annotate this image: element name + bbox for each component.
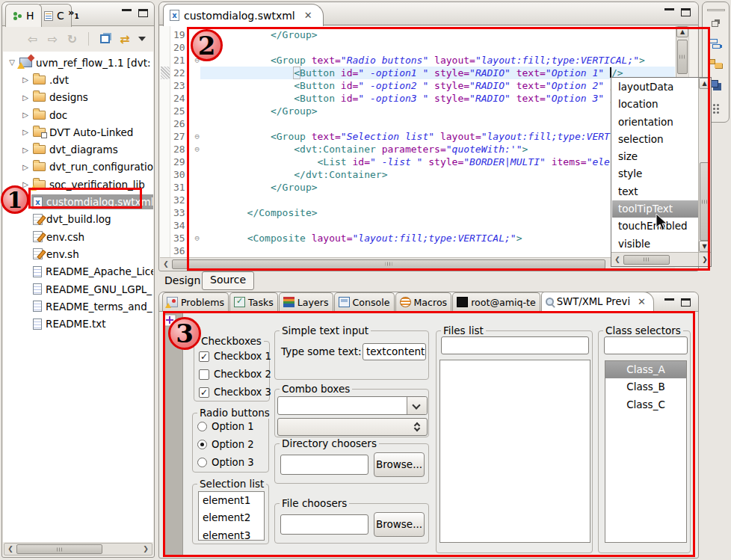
tree-item[interactable]: README.txt bbox=[3, 315, 153, 332]
checkbox-row[interactable]: Checkbox 2 bbox=[199, 369, 271, 380]
expander-icon[interactable]: ▷ bbox=[19, 163, 31, 171]
tab-root-amiq-te[interactable]: root@amiq-te bbox=[452, 292, 540, 311]
list-item[interactable]: element3 bbox=[199, 527, 264, 544]
scroll-thumb[interactable] bbox=[172, 259, 605, 269]
selection-list[interactable]: element1element2element3 bbox=[198, 491, 265, 541]
files-list[interactable] bbox=[439, 360, 590, 543]
scroll-thumb[interactable] bbox=[677, 40, 688, 74]
code-area[interactable]: </Group> <Group text="Radio buttons" lay… bbox=[200, 28, 675, 259]
directory-field[interactable] bbox=[280, 455, 368, 475]
autocomplete-item[interactable]: orientation bbox=[612, 114, 698, 131]
autocomplete-item[interactable]: style bbox=[612, 165, 698, 182]
bottom-maximize-button[interactable] bbox=[681, 298, 691, 307]
scroll-up-icon[interactable]: ▲ bbox=[676, 26, 688, 37]
scroll-thumb[interactable] bbox=[16, 544, 102, 554]
tree-item[interactable]: env.csh bbox=[3, 228, 153, 245]
expander-icon[interactable]: ▷ bbox=[19, 146, 31, 154]
view-menu-icon[interactable] bbox=[138, 37, 146, 41]
radio-row[interactable]: Option 3 bbox=[197, 457, 254, 468]
expander-icon[interactable]: ▷ bbox=[19, 76, 31, 84]
expander-icon[interactable]: ▽ bbox=[6, 58, 18, 67]
browse-button[interactable]: Browse... bbox=[374, 452, 425, 477]
tab-design[interactable]: Design bbox=[164, 274, 200, 286]
tree-item[interactable]: README_terms_and_ bbox=[3, 298, 153, 315]
tab-hierarchy[interactable]: H bbox=[5, 4, 42, 27]
list-item[interactable]: element1 bbox=[199, 492, 264, 509]
tree-item[interactable]: ▷designs bbox=[3, 89, 153, 106]
bottom-minimize-button[interactable] bbox=[664, 298, 674, 305]
tab-layers[interactable]: Layers bbox=[279, 292, 333, 311]
list-item[interactable]: element2 bbox=[199, 509, 264, 526]
tab-overflow[interactable]: »1 bbox=[68, 7, 79, 20]
list-item[interactable]: Class_A bbox=[605, 361, 686, 378]
sync-folder-icon[interactable] bbox=[708, 59, 715, 64]
checkbox[interactable]: ✓ bbox=[199, 387, 209, 398]
collapse-all-icon[interactable] bbox=[100, 34, 110, 43]
autocomplete-item[interactable]: visible bbox=[612, 236, 698, 252]
maximize-button[interactable] bbox=[138, 9, 148, 17]
close-icon[interactable]: ✕ bbox=[638, 296, 646, 307]
autocomplete-item[interactable]: layoutData bbox=[612, 79, 698, 96]
list-item[interactable]: Class_B bbox=[605, 378, 686, 396]
strip-handle[interactable] bbox=[707, 9, 725, 11]
popup-vscrollbar[interactable]: ▲ ▼ bbox=[698, 78, 711, 252]
tab-source[interactable]: Source bbox=[202, 271, 254, 290]
close-icon[interactable]: ✕ bbox=[304, 10, 312, 21]
scroll-thumb[interactable] bbox=[623, 255, 670, 265]
tab-macros[interactable]: Macros bbox=[395, 292, 452, 311]
scroll-right-icon[interactable]: ❯ bbox=[698, 252, 711, 266]
radio-row[interactable]: Option 2 bbox=[197, 439, 254, 450]
editor-minimize-button[interactable] bbox=[664, 8, 674, 15]
autocomplete-item[interactable]: location bbox=[612, 96, 698, 113]
refresh-icon[interactable]: ↻ bbox=[67, 32, 77, 46]
tab-swt-xml-previ[interactable]: SWT/XML Previ✕ bbox=[541, 292, 654, 311]
tab-compile[interactable]: C bbox=[37, 4, 72, 27]
browse-button[interactable]: Browse... bbox=[374, 512, 425, 537]
checkbox[interactable]: ✓ bbox=[199, 351, 209, 362]
files-filter-field[interactable] bbox=[441, 336, 589, 354]
autocomplete-item[interactable]: selection bbox=[612, 131, 698, 148]
scroll-left-icon[interactable]: ❮ bbox=[160, 259, 172, 270]
class-filter-field[interactable] bbox=[604, 336, 688, 354]
radio-button[interactable] bbox=[197, 458, 207, 467]
tree-item[interactable]: ▷doc bbox=[3, 106, 153, 123]
restore-views-icon[interactable] bbox=[712, 21, 718, 27]
checkbox[interactable] bbox=[199, 369, 209, 380]
link-editor-icon[interactable]: ⇄ bbox=[120, 32, 128, 46]
editor-tab[interactable]: x customdialog.swtxml ✕ bbox=[163, 4, 324, 26]
popup-hscrollbar[interactable]: ❮ bbox=[611, 252, 698, 266]
tree-item[interactable]: ▷.dvt bbox=[3, 71, 153, 88]
combo-box[interactable] bbox=[277, 396, 428, 415]
text-input-field[interactable]: textcontent bbox=[363, 343, 426, 360]
list-item[interactable]: Class_C bbox=[605, 396, 686, 413]
editor-hscrollbar[interactable]: ❮ bbox=[160, 257, 675, 270]
tree-item[interactable]: env.sh bbox=[3, 245, 153, 262]
expander-icon[interactable]: ▷ bbox=[19, 128, 31, 136]
tab-tasks[interactable]: Tasks bbox=[229, 292, 278, 311]
scroll-left-icon[interactable]: ❮ bbox=[611, 254, 623, 265]
tab-console[interactable]: Console bbox=[334, 292, 395, 311]
editor-maximize-button[interactable] bbox=[681, 8, 691, 16]
scroll-left-icon[interactable]: ❮ bbox=[4, 544, 16, 555]
scroll-up-icon[interactable]: ▲ bbox=[699, 78, 710, 89]
file-field[interactable] bbox=[280, 514, 368, 535]
tab-problems[interactable]: Problems bbox=[162, 292, 229, 311]
tree-hscrollbar[interactable]: ❮ ❯ bbox=[4, 543, 152, 556]
tree-item[interactable]: ▷dvt_run_configuration bbox=[3, 159, 153, 176]
tree-item[interactable]: README_GNU_LGPL_ bbox=[3, 280, 153, 298]
scroll-right-icon[interactable]: ❯ bbox=[140, 544, 152, 555]
checkbox-row[interactable]: ✓Checkbox 3 bbox=[199, 387, 271, 398]
combo-dropdown-button[interactable] bbox=[407, 397, 427, 414]
tree-item[interactable]: README_Apache_Lice bbox=[3, 263, 153, 280]
outline-view-icon[interactable] bbox=[709, 38, 721, 49]
class-list[interactable]: Class_AClass_BClass_C bbox=[605, 360, 687, 543]
back-icon[interactable]: ⇦ bbox=[28, 32, 37, 46]
tree-item-root[interactable]: ▽uvm_ref_flow_1.1 [dvt: v bbox=[3, 54, 153, 71]
tree-item[interactable]: dvt_build.log bbox=[3, 211, 153, 228]
autocomplete-item[interactable]: size bbox=[612, 148, 698, 165]
expander-icon[interactable]: ▷ bbox=[19, 93, 31, 102]
tree-item[interactable]: ▷DVT Auto-Linked bbox=[3, 123, 153, 141]
minimize-button[interactable] bbox=[122, 9, 132, 16]
combo-box-readonly[interactable] bbox=[277, 418, 428, 436]
radio-button[interactable] bbox=[197, 440, 207, 449]
